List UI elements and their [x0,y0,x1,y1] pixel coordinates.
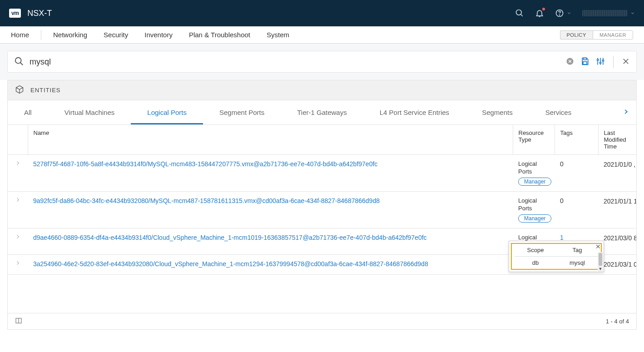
popover-scope-header: Scope [515,247,556,253]
username-obscured [582,10,628,16]
table-row: 9a92fc5f-da86-04bc-34fc-e4434b932080/MyS… [8,191,636,228]
entities-icon [15,85,24,95]
last-modified-time: 2021/01/0 , 02:09 PM [598,155,636,192]
filter-settings-button[interactable] [596,57,605,67]
tab-services[interactable]: Services [529,100,588,124]
tag-count-link[interactable]: 1 [560,234,564,241]
notification-dot-icon [542,8,545,10]
table-row: 5278f75f-4687-10f6-5a8f-e4434b9314f0/MyS… [8,155,636,192]
expand-row-button[interactable] [13,260,22,266]
product-name: NSX-T [27,9,52,18]
svg-point-12 [597,59,599,60]
tag-popover: ✕ Scope Tag db mysql ▼ [509,241,604,272]
user-menu[interactable] [582,10,635,16]
col-tags[interactable]: Tags [555,125,598,155]
resource-type-label: Logical Ports [518,160,549,176]
search-divider [613,56,614,68]
col-name[interactable]: Name [28,125,513,155]
scroll-down-icon[interactable]: ▼ [599,267,603,271]
expand-row-button[interactable] [13,160,22,166]
scrollbar-thumb[interactable] [599,253,602,266]
save-search-button[interactable] [580,57,590,67]
col-expand [8,125,28,155]
tab-logical-ports[interactable]: Logical Ports [131,100,203,124]
svg-rect-7 [584,58,587,59]
manager-badge: Manager [518,214,551,223]
chevron-down-icon [567,11,571,15]
nav-networking[interactable]: Networking [45,26,95,43]
col-last-modified[interactable]: Last Modified Time [598,125,636,155]
row-name-link[interactable]: 5278f75f-4687-10f6-5a8f-e4434b9314f0/MyS… [33,160,377,168]
notification-bell-icon[interactable] [535,9,544,18]
popover-tag-value: mysql [556,259,598,266]
nav-inventory[interactable]: Inventory [136,26,181,43]
nav-home[interactable]: Home [11,26,37,43]
svg-point-14 [602,59,604,61]
tabs: All Virtual Machines Logical Ports Segme… [8,100,636,125]
vmware-logo: vm [9,9,21,18]
nav-plan-troubleshoot[interactable]: Plan & Troubleshoot [181,26,258,43]
popover-tag-header: Tag [556,247,598,253]
tab-l4-port-service-entries[interactable]: L4 Port Service Entries [363,100,466,124]
svg-point-0 [516,10,522,15]
entities-label: ENTITIES [30,87,61,94]
tag-count: 0 [560,160,564,168]
nav-security[interactable]: Security [95,26,136,43]
clear-search-button[interactable] [566,57,574,67]
nav-separator [41,30,41,40]
row-name-link[interactable]: d9ae4660-0889-6354-df4a-e4434b9314f0/Clo… [33,234,427,241]
help-icon[interactable] [555,9,571,18]
svg-point-13 [599,62,601,63]
resource-type-label: Logical Ports [518,197,549,213]
chevron-down-icon [630,11,635,15]
tab-virtual-machines[interactable]: Virtual Machines [48,100,131,124]
search-icon [14,56,24,68]
tab-all[interactable]: All [8,100,48,124]
last-modified-time: 2021/01/1 11:02 AM [598,191,636,228]
row-name-link[interactable]: 3a254960-46e2-5d20-83ef-e4434b932080/Clo… [33,260,428,268]
column-settings-button[interactable] [15,317,22,326]
close-search-button[interactable] [622,57,630,67]
popover-scrollbar[interactable]: ▼ [598,252,603,271]
mode-manager-button[interactable]: MANAGER [593,30,633,40]
search-icon[interactable] [515,9,524,18]
search-area [0,44,644,80]
expand-row-button[interactable] [13,234,22,239]
tab-segment-ports[interactable]: Segment Ports [203,100,281,124]
expand-row-button[interactable] [13,197,22,203]
svg-line-1 [521,15,523,16]
svg-line-5 [20,62,23,65]
row-name-link[interactable]: 9a92fc5f-da86-04bc-34fc-e4434b932080/MyS… [33,197,380,204]
table-header-row: Name Resource Type Tags Last Modified Ti… [8,125,636,155]
entities-header: ENTITIES [8,80,636,100]
popover-close-button[interactable]: ✕ [595,243,601,250]
search-box [7,51,637,73]
nav-bar: Home Networking Security Inventory Plan … [0,26,644,44]
top-header: vm NSX-T [0,0,644,26]
svg-point-4 [15,57,21,63]
nav-system[interactable]: System [258,26,297,43]
col-resource-type[interactable]: Resource Type [513,125,555,155]
tab-segments[interactable]: Segments [466,100,529,124]
svg-rect-8 [583,61,587,64]
mode-policy-button[interactable]: POLICY [560,30,593,40]
pagination-label: 1 - 4 of 4 [606,318,629,325]
content-area: ENTITIES All Virtual Machines Logical Po… [0,80,644,337]
popover-scope-value: db [515,259,556,266]
search-input[interactable] [30,57,566,67]
svg-point-3 [560,15,560,15]
tabs-scroll-right-button[interactable] [615,109,636,116]
manager-badge: Manager [518,178,551,186]
tab-tier1-gateways[interactable]: Tier-1 Gateways [281,100,363,124]
table-footer: 1 - 4 of 4 [8,313,636,329]
tag-count: 0 [560,197,564,204]
